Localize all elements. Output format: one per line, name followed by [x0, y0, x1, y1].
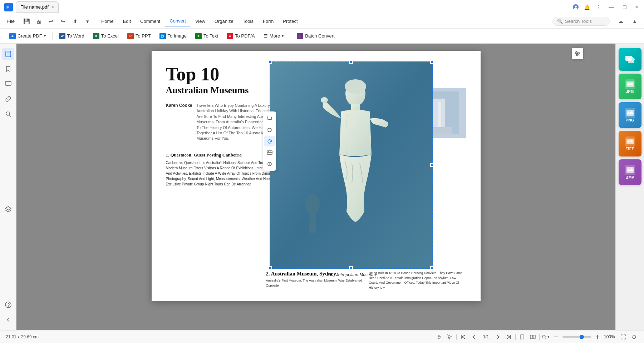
divider2: [290, 32, 290, 40]
save-icon[interactable]: 💾: [22, 16, 32, 26]
search-placeholder: Search Tools: [565, 19, 592, 24]
word-icon: W: [59, 33, 65, 39]
pdf-viewer[interactable]: Top 10 Australian Museums Karen Cooke Tr…: [16, 44, 615, 330]
tab-filename[interactable]: File name.pdf ×: [16, 1, 59, 13]
nav-convert[interactable]: Convert: [165, 16, 190, 26]
more-dropdown-icon: ▾: [282, 34, 284, 38]
zoom-out-button[interactable]: [552, 333, 560, 341]
bmp-format-button[interactable]: BMP: [619, 159, 641, 185]
page-number: 1/1: [480, 334, 492, 339]
tab-close-icon[interactable]: ×: [51, 5, 54, 10]
tab-title: File name.pdf: [20, 4, 49, 10]
fit-page-button[interactable]: [619, 333, 628, 341]
svg-rect-9: [5, 81, 11, 85]
svg-point-32: [305, 194, 320, 215]
main-area: ? Top 10 Australian Museums Karen Cooke …: [0, 44, 644, 330]
sidebar-bookmark-icon[interactable]: [2, 63, 14, 75]
svg-rect-57: [530, 335, 532, 339]
sidebar-help-icon[interactable]: ?: [2, 299, 14, 311]
to-excel-button[interactable]: X To Excel: [89, 31, 122, 41]
rotate-right-icon[interactable]: [264, 136, 275, 146]
excel-icon: X: [93, 33, 99, 39]
rotate-view-button[interactable]: [630, 333, 638, 341]
single-page-view-icon[interactable]: [518, 333, 526, 341]
svg-marker-12: [5, 207, 11, 210]
to-text-button[interactable]: T To Text: [192, 31, 222, 41]
museum2-title: 2. Australian Museum, Sydney: [266, 271, 363, 277]
nav-organize[interactable]: Organize: [210, 16, 238, 26]
svg-line-60: [545, 338, 546, 339]
sidebar-collapse-icon[interactable]: [2, 314, 14, 326]
museum2-content: 2. Australian Museum, Sydney Australia's…: [266, 271, 466, 290]
more-button[interactable]: ☰ More ▾: [260, 31, 287, 40]
zoom-slider[interactable]: [562, 336, 591, 338]
replace-image-icon[interactable]: [264, 147, 275, 158]
png-format-button[interactable]: PNG: [619, 102, 641, 128]
ppt-icon: P: [127, 33, 134, 39]
crop-icon[interactable]: [264, 113, 275, 124]
maximize-button[interactable]: □: [621, 4, 628, 10]
museum2-right: Being Built In 1818 To House Housing Con…: [369, 271, 466, 290]
tiff-format-button[interactable]: TIFF: [619, 131, 641, 156]
nav-form[interactable]: Form: [259, 16, 278, 26]
nav-tools[interactable]: Tools: [239, 16, 258, 26]
zoom-in-button[interactable]: [593, 333, 602, 341]
properties-icon[interactable]: [264, 159, 275, 169]
titlebar: F File name.pdf × 🔔 ⋮ — □ ×: [0, 0, 644, 14]
nav-edit[interactable]: Edit: [119, 16, 135, 26]
prev-page-button[interactable]: [470, 333, 478, 341]
pdfa-icon: A: [227, 33, 233, 39]
user-avatar[interactable]: [573, 4, 579, 10]
nav-view[interactable]: View: [191, 16, 210, 26]
batch-convert-button[interactable]: ⊞ Batch Convert: [293, 31, 338, 41]
more-options-icon[interactable]: ⋮: [596, 4, 601, 10]
image-icon: 🖼: [159, 33, 166, 39]
share-icon[interactable]: ⬆: [70, 16, 80, 26]
menubar: File 💾 🖨 ↩ ↪ ⬆ ▾ Home Edit Comment Conve…: [0, 14, 644, 29]
to-word-button[interactable]: W To Word: [55, 31, 88, 41]
sidebar-comment-icon[interactable]: [2, 78, 14, 90]
close-button[interactable]: ×: [634, 4, 640, 10]
sidebar-search-icon[interactable]: [2, 108, 14, 120]
cloud-icon[interactable]: ☁: [615, 16, 625, 26]
to-pdfa-button[interactable]: A To PDF/A: [223, 31, 259, 41]
sidebar-document-icon[interactable]: [2, 48, 14, 60]
adjust-panel-button[interactable]: [572, 48, 583, 59]
first-page-button[interactable]: [459, 333, 467, 341]
search-icon: 🔍: [557, 19, 563, 24]
next-page-button[interactable]: [494, 333, 502, 341]
dropdown-icon[interactable]: ▾: [83, 16, 93, 26]
undo-icon[interactable]: ↩: [46, 16, 56, 26]
dimensions-display: 21.01 x 29.69 cm: [6, 334, 39, 339]
svg-rect-33: [309, 215, 316, 233]
hand-tool-icon[interactable]: [435, 333, 443, 341]
to-ppt-button[interactable]: P To PPT: [124, 31, 154, 41]
select-tool-icon[interactable]: [446, 333, 454, 341]
pdf-author: Karen Cooke: [166, 103, 192, 141]
svg-text:F: F: [6, 5, 9, 10]
minimize-button[interactable]: —: [607, 4, 616, 10]
to-image-button[interactable]: 🖼 To Image: [156, 31, 190, 41]
print-icon[interactable]: 🖨: [34, 16, 44, 26]
redo-icon[interactable]: ↪: [58, 16, 68, 26]
menu-file[interactable]: File: [4, 17, 18, 25]
two-page-view-icon[interactable]: [529, 333, 537, 341]
notification-icon[interactable]: 🔔: [584, 4, 590, 10]
sidebar-link-icon[interactable]: [2, 93, 14, 105]
zoom-thumb[interactable]: [580, 335, 584, 339]
search-tools-input[interactable]: 🔍 Search Tools: [552, 17, 610, 26]
nav-comment[interactable]: Comment: [136, 16, 164, 26]
svg-point-41: [576, 51, 577, 53]
sidebar-layers-icon[interactable]: [2, 203, 14, 215]
rotate-left-icon[interactable]: [264, 124, 275, 135]
zoom-level: 100%: [604, 334, 617, 339]
jpg-format-button[interactable]: JPG: [619, 74, 641, 99]
to-image-main-button[interactable]: [619, 48, 641, 71]
last-page-button[interactable]: [505, 333, 513, 341]
zoom-dropdown[interactable]: ▾: [542, 334, 550, 339]
create-pdf-button[interactable]: + Create PDF ▾: [6, 31, 49, 41]
statue-image[interactable]: [270, 61, 433, 269]
nav-protect[interactable]: Protect: [279, 16, 302, 26]
upload-icon[interactable]: ▲: [630, 16, 640, 26]
nav-home[interactable]: Home: [97, 16, 118, 26]
